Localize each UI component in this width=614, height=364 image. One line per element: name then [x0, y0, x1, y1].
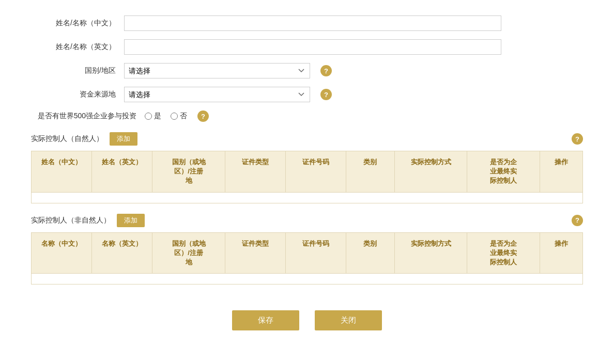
radio-no-input[interactable]: [171, 113, 178, 120]
close-button[interactable]: 关闭: [315, 310, 382, 330]
non-natural-person-help-icon[interactable]: ?: [572, 215, 583, 226]
th-natural-name-en: 姓名（英文）: [92, 151, 152, 192]
th-non-natural-name-cn: 名称（中文）: [32, 233, 92, 274]
save-button[interactable]: 保存: [232, 310, 299, 330]
th-non-natural-cert-no: 证件号码: [286, 233, 346, 274]
th-natural-category: 类别: [346, 151, 395, 192]
natural-person-table: 姓名（中文） 姓名（英文） 国别（或地区）/注册地 证件类型 证件号码 类别 实…: [31, 151, 583, 203]
fund-source-help-icon[interactable]: ?: [320, 89, 332, 100]
name-en-label: 姓名/名称（英文）: [31, 42, 124, 52]
th-non-natural-is-final: 是否为企业最终实际控制人: [467, 233, 540, 274]
radio-yes-item[interactable]: 是: [145, 112, 161, 121]
name-cn-input[interactable]: [124, 15, 501, 31]
th-non-natural-category: 类别: [346, 233, 395, 274]
th-natural-control-method: 实际控制方式: [395, 151, 468, 192]
fortune500-label: 是否有世界500强企业参与投资: [31, 112, 145, 121]
name-en-input[interactable]: [124, 39, 501, 55]
th-natural-name-cn: 姓名（中文）: [32, 151, 92, 192]
country-row: 国别/地区 请选择 ?: [31, 63, 583, 78]
th-non-natural-name-en: 名称（英文）: [92, 233, 152, 274]
fortune500-row: 是否有世界500强企业参与投资 是 否 ?: [31, 110, 583, 122]
th-non-natural-control-method: 实际控制方式: [395, 233, 468, 274]
fortune500-help-icon[interactable]: ?: [197, 110, 209, 122]
non-natural-person-table-body: [32, 274, 582, 284]
natural-person-header: 实际控制人（自然人） 添加 ?: [31, 132, 583, 146]
th-non-natural-operation: 操作: [540, 233, 582, 274]
non-natural-person-title: 实际控制人（非自然人）: [31, 216, 111, 225]
th-natural-is-final: 是否为企业最终实际控制人: [467, 151, 540, 192]
non-natural-person-header: 实际控制人（非自然人） 添加 ?: [31, 214, 583, 227]
natural-person-table-header: 姓名（中文） 姓名（英文） 国别（或地区）/注册地 证件类型 证件号码 类别 实…: [32, 151, 582, 193]
radio-yes-label: 是: [154, 112, 161, 121]
fund-source-label: 资金来源地: [31, 90, 124, 99]
name-cn-row: 姓名/名称（中文）: [31, 15, 583, 31]
country-label: 国别/地区: [31, 66, 124, 75]
th-non-natural-cert-type: 证件类型: [225, 233, 286, 274]
radio-no-label: 否: [180, 112, 187, 121]
non-natural-person-table-header: 名称（中文） 名称（英文） 国别（或地区）/注册地 证件类型 证件号码 类别 实…: [32, 233, 582, 274]
th-natural-operation: 操作: [540, 151, 582, 192]
radio-no-item[interactable]: 否: [171, 112, 187, 121]
natural-person-add-btn[interactable]: 添加: [110, 132, 137, 146]
natural-person-table-body: [32, 193, 582, 203]
bottom-buttons: 保存 关闭: [31, 310, 583, 346]
fund-source-row: 资金来源地 请选择 ?: [31, 87, 583, 102]
th-natural-country: 国别（或地区）/注册地: [152, 151, 225, 192]
non-natural-person-table: 名称（中文） 名称（英文） 国别（或地区）/注册地 证件类型 证件号码 类别 实…: [31, 232, 583, 285]
natural-person-help-icon[interactable]: ?: [572, 133, 583, 145]
country-select[interactable]: 请选择: [124, 63, 310, 78]
country-help-icon[interactable]: ?: [320, 65, 332, 76]
radio-yes-input[interactable]: [145, 113, 152, 120]
th-non-natural-country: 国别（或地区）/注册地: [152, 233, 225, 274]
fund-source-select[interactable]: 请选择: [124, 87, 310, 102]
fortune500-radio-group: 是 否: [145, 112, 187, 121]
th-natural-cert-type: 证件类型: [225, 151, 286, 192]
name-en-row: 姓名/名称（英文）: [31, 39, 583, 55]
th-natural-cert-no: 证件号码: [286, 151, 346, 192]
main-form: 姓名/名称（中文） 姓名/名称（英文） 国别/地区 请选择 ? 资金来源地 请选…: [31, 15, 583, 122]
name-cn-label: 姓名/名称（中文）: [31, 19, 124, 28]
non-natural-person-add-btn[interactable]: 添加: [117, 214, 145, 227]
natural-person-title: 实际控制人（自然人）: [31, 134, 103, 144]
